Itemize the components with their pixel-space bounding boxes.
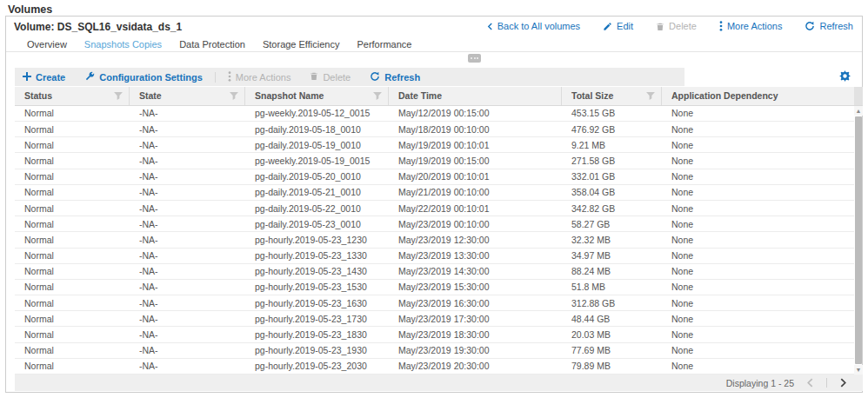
table-delete-button[interactable]: Delete	[310, 71, 351, 83]
cell-state: -NA-	[130, 327, 245, 341]
table-row[interactable]: Normal-NA-pg-daily.2019-05-21_0010May/21…	[15, 185, 854, 201]
table-row[interactable]: Normal-NA-pg-daily.2019-05-20_0010May/20…	[15, 169, 854, 185]
cell-status: Normal	[15, 185, 130, 200]
column-header-status[interactable]: Status	[15, 87, 130, 105]
vertical-scrollbar[interactable]: ▲ ▼	[854, 87, 863, 375]
cell-status: Normal	[15, 343, 130, 358]
column-header-snapshot-name[interactable]: Snapshot Name	[245, 87, 389, 105]
cell-state: -NA-	[130, 343, 245, 358]
column-header-total-size[interactable]: Total Size	[562, 87, 662, 105]
edit-button[interactable]: Edit	[603, 21, 633, 31]
cell-application-dependency: None	[662, 311, 854, 326]
table-row[interactable]: Normal-NA-pg-weekly.2019-05-12_0015May/1…	[15, 106, 854, 122]
cell-status: Normal	[15, 106, 130, 121]
cell-state: -NA-	[130, 311, 245, 326]
table-refresh-button[interactable]: Refresh	[370, 71, 420, 83]
column-header-application-dependency[interactable]: Application Dependency	[662, 87, 854, 105]
table-row[interactable]: Normal-NA-pg-daily.2019-05-18_0010May/18…	[15, 122, 854, 137]
tab-snapshots-copies[interactable]: Snapshots Copies	[84, 39, 162, 55]
cell-date-time: May/23/2019 14:30:00	[389, 264, 562, 279]
cell-state: -NA-	[130, 185, 245, 200]
more-actions-button[interactable]: More Actions	[719, 21, 783, 31]
delete-button-label: Delete	[669, 21, 697, 31]
cell-status: Normal	[15, 359, 130, 374]
previous-page-button[interactable]	[806, 378, 814, 388]
filter-funnel-icon[interactable]	[373, 92, 382, 100]
cell-status: Normal	[15, 295, 130, 310]
refresh-icon	[805, 21, 815, 31]
cell-date-time: May/23/2019 18:30:00	[389, 327, 562, 341]
column-label: Date Time	[398, 90, 442, 101]
table-row[interactable]: Normal-NA-pg-daily.2019-05-23_0010May/23…	[15, 216, 854, 232]
cell-total-size: 9.21 MB	[562, 137, 662, 152]
table-row[interactable]: Normal-NA-pg-daily.2019-05-22_0010May/22…	[15, 201, 854, 216]
pagination-separator	[826, 378, 827, 388]
table-row[interactable]: Normal-NA-pg-hourly.2019-05-23_1930May/2…	[15, 343, 854, 359]
tab-storage-efficiency[interactable]: Storage Efficiency	[263, 39, 339, 55]
table-row[interactable]: Normal-NA-pg-hourly.2019-05-23_1330May/2…	[15, 249, 854, 264]
cell-state: -NA-	[130, 122, 245, 136]
cell-date-time: May/23/2019 16:30:00	[389, 295, 562, 310]
table-row[interactable]: Normal-NA-pg-hourly.2019-05-23_1230May/2…	[15, 232, 854, 248]
volume-actions: Back to All volumes Edit Delete More Act…	[487, 21, 853, 31]
cell-date-time: May/23/2019 13:30:00	[389, 249, 562, 263]
cell-total-size: 271.58 GB	[562, 153, 662, 168]
tab-overview[interactable]: Overview	[27, 39, 67, 55]
cell-state: -NA-	[130, 153, 245, 168]
cell-status: Normal	[15, 122, 130, 136]
table-row[interactable]: Normal-NA-pg-hourly.2019-05-23_1430May/2…	[15, 264, 854, 280]
gear-icon[interactable]	[839, 70, 851, 82]
refresh-button[interactable]: Refresh	[805, 21, 853, 31]
scrollbar-thumb[interactable]	[855, 116, 862, 364]
filter-funnel-icon[interactable]	[646, 92, 655, 100]
cell-status: Normal	[15, 264, 130, 279]
table-more-actions-button[interactable]: More Actions	[228, 71, 291, 83]
cell-snapshot-name: pg-daily.2019-05-23_0010	[245, 216, 389, 231]
pane-splitter-handle[interactable]	[468, 54, 481, 63]
cell-state: -NA-	[130, 106, 245, 121]
volume-tabs: OverviewSnapshots CopiesData ProtectionS…	[27, 39, 411, 55]
cell-snapshot-name: pg-hourly.2019-05-23_1830	[245, 327, 389, 341]
next-page-button[interactable]	[839, 378, 847, 388]
table-row[interactable]: Normal-NA-pg-hourly.2019-05-23_1530May/2…	[15, 280, 854, 295]
table-row[interactable]: Normal-NA-pg-hourly.2019-05-23_1730May/2…	[15, 311, 854, 327]
cell-application-dependency: None	[662, 249, 854, 263]
scroll-up-arrow[interactable]: ▲	[854, 106, 863, 116]
table-row[interactable]: Normal-NA-pg-hourly.2019-05-23_1630May/2…	[15, 295, 854, 311]
cell-status: Normal	[15, 137, 130, 152]
table-row[interactable]: Normal-NA-pg-weekly.2019-05-19_0015May/1…	[15, 153, 854, 169]
cell-application-dependency: None	[662, 106, 854, 121]
delete-button[interactable]: Delete	[656, 21, 697, 31]
edit-button-label: Edit	[617, 21, 633, 31]
cell-status: Normal	[15, 216, 130, 231]
create-button-label: Create	[36, 72, 65, 83]
back-to-all-volumes-link[interactable]: Back to All volumes	[487, 21, 580, 31]
refresh-button-label: Refresh	[819, 21, 853, 31]
cell-total-size: 32.32 MB	[562, 232, 662, 247]
filter-funnel-icon[interactable]	[114, 92, 123, 100]
table-row[interactable]: Normal-NA-pg-hourly.2019-05-23_2030May/2…	[15, 359, 854, 375]
table-row[interactable]: Normal-NA-pg-hourly.2019-05-23_1830May/2…	[15, 327, 854, 342]
column-header-date-time[interactable]: Date Time	[389, 87, 562, 105]
table-body: Normal-NA-pg-weekly.2019-05-12_0015May/1…	[15, 106, 854, 375]
column-label: State	[139, 90, 162, 101]
volume-title: Volume: DS_SQL16_vsidata_ds_1	[14, 21, 182, 33]
cell-status: Normal	[15, 232, 130, 247]
table-row[interactable]: Normal-NA-pg-daily.2019-05-19_0010May/19…	[15, 137, 854, 153]
tab-performance[interactable]: Performance	[357, 39, 411, 55]
snapshot-toolbar: Create Configuration Settings More Actio…	[15, 68, 684, 86]
cell-application-dependency: None	[662, 359, 854, 374]
scrollbar-header-filler	[854, 87, 863, 106]
cell-status: Normal	[15, 311, 130, 326]
scroll-down-arrow[interactable]: ▼	[854, 365, 863, 375]
cell-status: Normal	[15, 169, 130, 184]
configuration-settings-button[interactable]: Configuration Settings	[84, 71, 203, 83]
filter-funnel-icon[interactable]	[230, 92, 238, 100]
trash-icon	[310, 71, 318, 83]
cell-status: Normal	[15, 327, 130, 341]
create-button[interactable]: Create	[23, 72, 65, 83]
column-header-state[interactable]: State	[130, 87, 245, 105]
tab-data-protection[interactable]: Data Protection	[179, 39, 245, 55]
cell-state: -NA-	[130, 295, 245, 310]
cell-total-size: 88.24 MB	[562, 264, 662, 279]
